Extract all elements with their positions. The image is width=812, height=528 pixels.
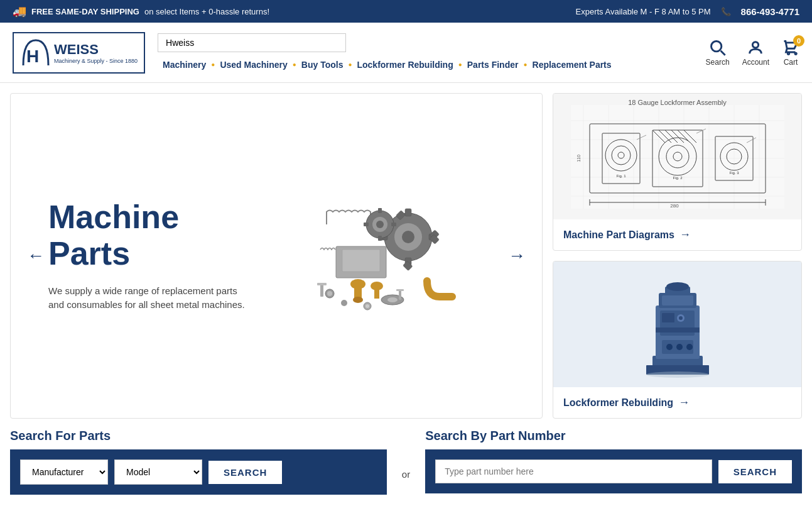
logo-box: H WEISS Machinery & Supply - Since 1880 <box>13 32 145 74</box>
machine-part-diagrams-image: 18 Gauge Lockformer Assembly <box>553 94 801 219</box>
logo-area[interactable]: H WEISS Machinery & Supply - Since 1880 <box>13 32 145 74</box>
model-select[interactable]: Model <box>114 459 202 485</box>
machine-parts-illustration <box>301 187 477 325</box>
lockformer-machine-svg <box>621 268 734 381</box>
nav-item-lockformer-rebuilding[interactable]: Lockformer Rebuilding <box>352 57 458 72</box>
experts-text: Experts Available M - F 8 AM to 5 PM <box>576 7 711 16</box>
account-icon-button[interactable]: Account <box>742 39 769 67</box>
svg-text:110: 110 <box>577 155 581 162</box>
svg-rect-20 <box>391 223 396 226</box>
svg-rect-18 <box>378 208 382 213</box>
svg-point-99 <box>646 371 709 378</box>
main-nav: Machinery ● Used Machinery ● Buy Tools ●… <box>158 57 693 72</box>
truck-icon: 🚚 <box>13 4 26 18</box>
svg-point-26 <box>353 297 363 303</box>
main-content: ← Machine Parts We supply a wide range o… <box>0 83 812 419</box>
svg-rect-7 <box>405 209 411 216</box>
search-sections: Search For Parts Manufacturer Model SEAR… <box>0 419 812 505</box>
shipping-text: on select Items + 0-hassle returns! <box>144 7 269 16</box>
svg-rect-39 <box>396 289 404 291</box>
svg-rect-36 <box>320 284 323 297</box>
hero-slider: ← Machine Parts We supply a wide range o… <box>10 93 543 419</box>
search-part-number-button[interactable]: SEARCH <box>718 460 792 483</box>
svg-point-1 <box>711 41 721 51</box>
search-by-part-number-title: Search By Part Number <box>425 429 802 443</box>
nav-item-machinery[interactable]: Machinery <box>158 57 211 72</box>
cart-icon-button[interactable]: 0 Cart <box>782 39 799 67</box>
search-by-part-number-box: SEARCH <box>425 449 802 493</box>
svg-rect-87 <box>662 313 674 322</box>
svg-point-33 <box>365 304 369 308</box>
logo-sub: Machinery & Supply - Since 1880 <box>54 58 138 64</box>
nav-item-buy-tools[interactable]: Buy Tools <box>296 57 349 72</box>
diagram-svg: 280 110 Fig. 1 Fig. 2 Fig. 3 <box>571 105 784 209</box>
logo-text: WEISS Machinery & Supply - Since 1880 <box>54 41 138 64</box>
phone-icon: 📞 <box>721 7 731 16</box>
search-label: Search <box>706 58 730 67</box>
svg-point-17 <box>376 221 384 228</box>
svg-text:Fig. 1: Fig. 1 <box>616 174 626 178</box>
top-banner: 🚚 FREE SAME-DAY SHIPPING on select Items… <box>0 0 812 23</box>
logo-icon: H <box>20 37 51 69</box>
hero-text: Machine Parts We supply a wide range of … <box>48 199 249 312</box>
svg-rect-21 <box>364 223 369 226</box>
lockformer-rebuilding-arrow: → <box>678 396 690 409</box>
header: H WEISS Machinery & Supply - Since 1880 … <box>0 23 812 83</box>
manufacturer-select[interactable]: Manufacturer <box>20 459 108 485</box>
search-for-parts-section: Search For Parts Manufacturer Model SEAR… <box>10 429 387 495</box>
svg-point-30 <box>327 291 332 296</box>
svg-rect-96 <box>662 295 693 305</box>
svg-text:Fig. 3: Fig. 3 <box>729 171 739 175</box>
hero-content: Machine Parts We supply a wide range of … <box>11 162 542 350</box>
contact-info: Experts Available M - F 8 AM to 5 PM 📞 8… <box>576 6 800 17</box>
part-number-input[interactable] <box>435 459 712 483</box>
machine-part-diagrams-label: Machine Part Diagrams → <box>553 219 801 250</box>
diagram-title: 18 Gauge Lockformer Assembly <box>553 99 801 106</box>
hero-prev-button[interactable]: ← <box>21 239 51 272</box>
cart-label: Cart <box>784 58 798 67</box>
lockformer-rebuilding-image <box>553 261 801 387</box>
svg-point-92 <box>676 344 683 350</box>
search-parts-button[interactable]: SEARCH <box>208 461 282 484</box>
nav-item-replacement-parts[interactable]: Replacement Parts <box>528 57 617 72</box>
right-sidebar: 18 Gauge Lockformer Assembly <box>553 93 802 419</box>
search-for-parts-box: Manufacturer Model SEARCH <box>10 449 387 495</box>
header-search-row <box>158 33 693 52</box>
svg-text:H: H <box>26 47 39 66</box>
svg-point-91 <box>666 344 673 350</box>
machine-part-diagrams-card[interactable]: 18 Gauge Lockformer Assembly <box>553 93 802 251</box>
hero-next-button[interactable]: → <box>502 239 532 272</box>
logo-weiss: WEISS <box>54 41 138 58</box>
svg-rect-19 <box>378 236 382 241</box>
nav-search-area: Machinery ● Used Machinery ● Buy Tools ●… <box>158 33 693 72</box>
svg-point-89 <box>679 316 683 320</box>
header-icons: Search Account 0 Cart <box>706 39 799 67</box>
header-search-input[interactable] <box>158 33 346 52</box>
or-divider: or <box>387 469 425 495</box>
svg-point-6 <box>402 231 414 243</box>
search-icon-button[interactable]: Search <box>706 39 730 67</box>
svg-point-31 <box>341 300 347 306</box>
nav-item-used-machinery[interactable]: Used Machinery <box>215 57 292 72</box>
machine-part-diagrams-arrow: → <box>679 228 691 241</box>
lockformer-rebuilding-card[interactable]: Lockformer Rebuilding → <box>553 261 802 419</box>
svg-point-93 <box>686 344 693 350</box>
svg-rect-28 <box>374 286 379 299</box>
phone-number: 866-493-4771 <box>741 6 799 17</box>
cart-badge: 0 <box>793 35 804 47</box>
svg-text:Fig. 2: Fig. 2 <box>673 176 683 180</box>
svg-rect-37 <box>317 283 327 285</box>
svg-rect-23 <box>342 250 380 272</box>
svg-rect-38 <box>399 290 401 300</box>
hero-title: Machine Parts <box>48 199 249 271</box>
search-by-part-number-section: Search By Part Number SEARCH <box>425 429 802 493</box>
svg-line-2 <box>720 50 725 55</box>
svg-point-98 <box>666 282 689 291</box>
svg-point-35 <box>387 297 398 302</box>
nav-item-parts-finder[interactable]: Parts Finder <box>462 57 524 72</box>
svg-point-3 <box>753 41 759 47</box>
svg-rect-94 <box>656 327 700 333</box>
lockformer-rebuilding-label: Lockformer Rebuilding → <box>553 387 801 418</box>
lockformer-rebuilding-text: Lockformer Rebuilding <box>563 397 673 409</box>
search-for-parts-title: Search For Parts <box>10 429 387 443</box>
